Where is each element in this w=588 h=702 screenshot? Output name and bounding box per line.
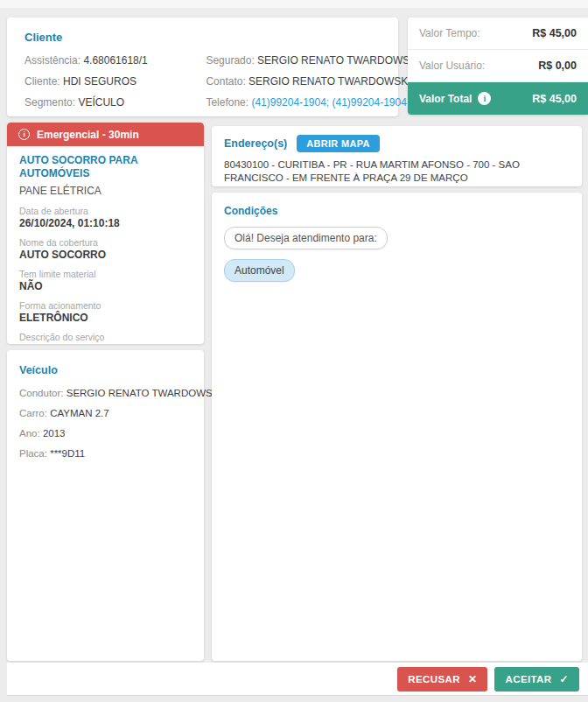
- field-placa: Placa: ***9D11: [19, 444, 197, 464]
- field-telefone: Telefone: (41)99204-1904; (41)99204-1904: [206, 92, 381, 113]
- detail-data-abertura: Data de abertura 26/10/2024, 01:10:18: [19, 206, 192, 230]
- detail-descricao-servico: Descrição do serviço -: [19, 332, 192, 344]
- phone-link[interactable]: (41)99204-1904; (41)99204-1904: [251, 96, 406, 109]
- info-icon[interactable]: i: [478, 92, 491, 105]
- valor-total-label: Valor Total: [419, 93, 472, 105]
- servico-body: AUTO SOCORRO PARA AUTOMÓVEIS PANE ELÉTRI…: [7, 146, 204, 344]
- detail-limite-material: Tem limite material NÃO: [19, 269, 192, 293]
- veiculo-card: Veículo Condutor: SERGIO RENATO TWARDOWS…: [7, 350, 204, 661]
- condicoes-card: Condições Olá! Deseja atendimento para: …: [212, 193, 582, 661]
- field-assistencia: Assistência: 4.68061618/1: [24, 50, 195, 71]
- emergencial-banner: i Emergencial - 30min: [7, 123, 204, 146]
- aceitar-label: ACEITAR: [505, 674, 551, 684]
- valor-panel: Valor Tempo: R$ 45,00 Valor Usuário: R$ …: [408, 18, 588, 115]
- aceitar-button[interactable]: ACEITAR ✓: [494, 667, 579, 691]
- recusar-label: RECUSAR: [408, 674, 460, 684]
- valor-total-value: R$ 45,00: [532, 93, 577, 105]
- cliente-column-right: Segurado: SERGIO RENATO TWARDOWSKI Conta…: [195, 50, 381, 113]
- valor-tempo-row: Valor Tempo: R$ 45,00: [408, 18, 588, 50]
- field-segmento: Segmento: VEÍCULO: [24, 92, 195, 113]
- servico-card: i Emergencial - 30min AUTO SOCORRO PARA …: [7, 123, 204, 344]
- servico-subtitle: PANE ELÉTRICA: [19, 185, 192, 197]
- close-icon: ✕: [468, 673, 477, 685]
- cliente-columns: Assistência: 4.68061618/1 Cliente: HDI S…: [24, 50, 381, 113]
- detail-nome-cobertura: Nome da cobertura AUTO SOCORRO: [19, 237, 192, 262]
- info-icon: i: [18, 129, 30, 140]
- footer-action-bar: RECUSAR ✕ ACEITAR ✓: [7, 663, 588, 696]
- page-top-strip: [0, 0, 588, 8]
- condicoes-message-row: Automóvel: [224, 259, 570, 282]
- condicao-automovel-tag: Automóvel: [224, 259, 295, 282]
- condicoes-message-row: Olá! Deseja atendimento para:: [224, 227, 570, 249]
- field-ano: Ano: 2013: [19, 424, 197, 444]
- veiculo-title: Veículo: [19, 364, 197, 376]
- field-carro: Carro: CAYMAN 2.7: [19, 404, 197, 424]
- endereco-title: Endereço(s): [224, 137, 287, 150]
- valor-usuario-row: Valor Usuário: R$ 0,00: [408, 50, 588, 82]
- servico-title: AUTO SOCORRO PARA AUTOMÓVEIS: [19, 154, 192, 180]
- field-segurado: Segurado: SERGIO RENATO TWARDOWSKI: [206, 50, 381, 71]
- check-icon: ✓: [560, 673, 569, 685]
- abrir-mapa-button[interactable]: ABRIR MAPA: [297, 135, 379, 152]
- emergencial-banner-label: Emergencial - 30min: [37, 129, 139, 141]
- endereco-header: Endereço(s) ABRIR MAPA: [224, 135, 570, 152]
- cliente-title: Cliente: [24, 31, 381, 44]
- valor-total-row: Valor Total i R$ 45,00: [408, 82, 588, 115]
- detail-forma-acionamento: Forma acionamento ELETRÔNICO: [19, 300, 192, 325]
- endereco-card: Endereço(s) ABRIR MAPA 80430100 - CURITI…: [212, 126, 582, 186]
- endereco-address: 80430100 - CURITIBA - PR - RUA MARTIM AF…: [224, 158, 570, 185]
- cliente-card: Cliente Assistência: 4.68061618/1 Client…: [7, 18, 398, 116]
- condicoes-title: Condições: [224, 205, 570, 217]
- field-contato: Contato: SERGIO RENATO TWARDOWSKI: [206, 71, 381, 92]
- field-condutor: Condutor: SERGIO RENATO TWARDOWSKI: [19, 383, 197, 404]
- recusar-button[interactable]: RECUSAR ✕: [397, 667, 487, 691]
- cliente-column-left: Assistência: 4.68061618/1 Cliente: HDI S…: [24, 50, 195, 113]
- field-cliente: Cliente: HDI SEGUROS: [24, 71, 195, 92]
- condicao-message: Olá! Deseja atendimento para:: [224, 227, 388, 249]
